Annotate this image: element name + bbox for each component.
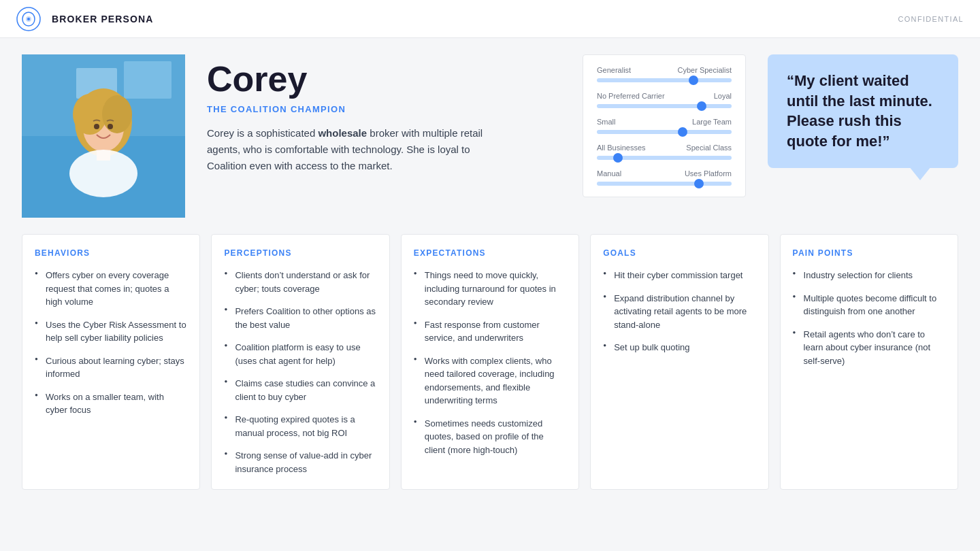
persona-name: Corey	[207, 60, 561, 99]
slider-right-4: Uses Platform	[685, 169, 732, 178]
list-item: Things need to move quickly, including t…	[414, 269, 566, 309]
list-item: Works on a smaller team, with cyber focu…	[35, 390, 187, 417]
persona-subtitle: THE COALITION CHAMPION	[207, 104, 561, 114]
slider-left-3: All Businesses	[597, 144, 646, 152]
card-perceptions: PERCEPTIONS Clients don’t understand or …	[211, 234, 389, 490]
slider-thumb-4	[694, 179, 704, 188]
card-behaviors: BEHAVIORS Offers cyber on every coverage…	[22, 234, 200, 490]
bottom-section: BEHAVIORS Offers cyber on every coverage…	[22, 234, 958, 490]
list-item: Hit their cyber commission target	[603, 269, 755, 282]
list-item: Strong sense of value-add in cyber insur…	[224, 449, 376, 475]
slider-platform: Manual Uses Platform	[597, 169, 732, 186]
slider-thumb-0	[689, 76, 698, 85]
svg-rect-6	[124, 61, 172, 99]
profile-image	[22, 54, 185, 218]
list-item: Set up bulk quoting	[603, 341, 755, 354]
slider-thumb-2	[678, 127, 687, 137]
pain-points-title: PAIN POINTS	[793, 248, 945, 258]
sliders-section: Generalist Cyber Specialist No Preferred…	[583, 54, 746, 197]
slider-right-1: Loyal	[714, 92, 732, 100]
pain-points-list: Industry selection for clients Multiple …	[793, 269, 945, 367]
expectations-title: EXPECTATIONS	[414, 248, 566, 258]
slider-right-0: Cyber Specialist	[678, 66, 732, 74]
slider-track-1	[597, 104, 732, 108]
list-item: Expand distribution channel by activatin…	[603, 292, 755, 332]
profile-info: Corey THE COALITION CHAMPION Corey is a …	[207, 54, 561, 174]
header-title: BROKER PERSONA	[52, 14, 153, 24]
card-goals: GOALS Hit their cyber commission target …	[590, 234, 768, 490]
description-start: Corey is a sophisticated	[207, 127, 318, 139]
coalition-logo	[16, 7, 41, 31]
main-content: Corey THE COALITION CHAMPION Corey is a …	[0, 38, 980, 506]
slider-track-4	[597, 182, 732, 186]
behaviors-list: Offers cyber on every coverage request t…	[35, 269, 187, 417]
slider-right-3: Special Class	[686, 144, 732, 152]
slider-left-0: Generalist	[597, 66, 631, 74]
slider-team: Small Large Team	[597, 118, 732, 134]
svg-point-14	[108, 124, 113, 129]
top-section: Corey THE COALITION CHAMPION Corey is a …	[22, 54, 958, 218]
slider-thumb-1	[697, 101, 706, 111]
slider-businesses: All Businesses Special Class	[597, 144, 732, 160]
list-item: Multiple quotes become difficult to dist…	[793, 292, 945, 318]
slider-left-1: No Preferred Carrier	[597, 92, 665, 100]
slider-thumb-3	[613, 153, 623, 163]
list-item: Clients don’t understand or ask for cybe…	[224, 269, 376, 295]
list-item: Re-quoting expired quotes is a manual pr…	[224, 413, 376, 439]
expectations-list: Things need to move quickly, including t…	[414, 269, 566, 456]
confidential-label: CONFIDENTIAL	[898, 15, 964, 23]
slider-left-4: Manual	[597, 169, 621, 178]
slider-track-2	[597, 130, 732, 134]
svg-point-2	[27, 18, 30, 20]
header: BROKER PERSONA CONFIDENTIAL	[0, 0, 980, 38]
goals-list: Hit their cyber commission target Expand…	[603, 269, 755, 354]
slider-carrier: No Preferred Carrier Loyal	[597, 92, 732, 108]
list-item: Prefers Coalition to other options as th…	[224, 305, 376, 331]
quote-bubble: “My client waited until the last minute.…	[768, 54, 958, 168]
list-item: Coalition platform is easy to use (uses …	[224, 341, 376, 367]
slider-left-2: Small	[597, 118, 616, 126]
list-item: Retail agents who don’t care to learn ab…	[793, 328, 945, 368]
persona-description: Corey is a sophisticated wholesale broke…	[207, 125, 506, 174]
perceptions-list: Clients don’t understand or ask for cybe…	[224, 269, 376, 475]
slider-generalist: Generalist Cyber Specialist	[597, 66, 732, 82]
behaviors-title: BEHAVIORS	[35, 248, 187, 258]
svg-point-12	[69, 150, 137, 197]
svg-point-9	[73, 94, 107, 135]
svg-point-13	[94, 124, 99, 129]
slider-right-2: Large Team	[692, 118, 732, 126]
list-item: Works with complex clients, who need tai…	[414, 354, 566, 407]
list-item: Fast response from customer service, and…	[414, 318, 566, 345]
list-item: Curious about learning cyber; stays info…	[35, 354, 187, 381]
list-item: Uses the Cyber Risk Assessment to help s…	[35, 318, 187, 345]
svg-point-10	[102, 95, 132, 133]
list-item: Claims case studies can convince a clien…	[224, 377, 376, 403]
list-item: Offers cyber on every coverage request t…	[35, 269, 187, 309]
card-expectations: EXPECTATIONS Things need to move quickly…	[401, 234, 579, 490]
profile-avatar	[22, 54, 185, 218]
perceptions-title: PERCEPTIONS	[224, 248, 376, 258]
quote-text: “My client waited until the last minute.…	[787, 71, 939, 152]
list-item: Sometimes needs customized quotes, based…	[414, 417, 566, 457]
description-bold: wholesale	[318, 127, 367, 139]
goals-title: GOALS	[603, 248, 755, 258]
slider-track-0	[597, 78, 732, 82]
card-pain-points: PAIN POINTS Industry selection for clien…	[780, 234, 958, 490]
slider-track-3	[597, 156, 732, 160]
list-item: Industry selection for clients	[793, 269, 945, 282]
